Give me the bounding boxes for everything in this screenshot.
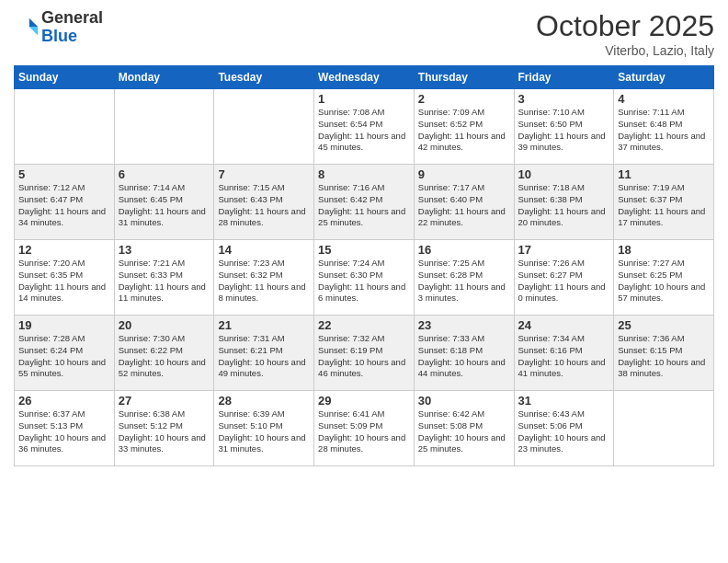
table-cell: 12Sunrise: 7:20 AM Sunset: 6:35 PM Dayli… xyxy=(15,240,115,316)
day-info: Sunrise: 7:32 AM Sunset: 6:19 PM Dayligh… xyxy=(318,333,410,380)
calendar-week-row: 5Sunrise: 7:12 AM Sunset: 6:47 PM Daylig… xyxy=(15,165,714,240)
title-location: Viterbo, Lazio, Italy xyxy=(536,43,714,58)
day-info: Sunrise: 6:37 AM Sunset: 5:13 PM Dayligh… xyxy=(18,408,110,455)
table-cell: 14Sunrise: 7:23 AM Sunset: 6:32 PM Dayli… xyxy=(214,240,314,316)
logo-general-text: General xyxy=(41,8,103,27)
table-cell: 3Sunrise: 7:10 AM Sunset: 6:50 PM Daylig… xyxy=(514,89,614,165)
table-cell: 29Sunrise: 6:41 AM Sunset: 5:09 PM Dayli… xyxy=(314,391,415,466)
title-block: October 2025 Viterbo, Lazio, Italy xyxy=(536,9,714,58)
day-info: Sunrise: 7:26 AM Sunset: 6:27 PM Dayligh… xyxy=(518,258,610,304)
day-info: Sunrise: 7:10 AM Sunset: 6:50 PM Dayligh… xyxy=(518,107,610,154)
day-number: 21 xyxy=(218,318,310,332)
day-info: Sunrise: 7:15 AM Sunset: 6:43 PM Dayligh… xyxy=(218,182,310,229)
table-cell: 24Sunrise: 7:34 AM Sunset: 6:16 PM Dayli… xyxy=(514,316,614,391)
day-info: Sunrise: 7:28 AM Sunset: 6:24 PM Dayligh… xyxy=(18,333,110,380)
day-number: 20 xyxy=(119,318,210,332)
day-number: 28 xyxy=(218,394,310,408)
table-cell: 22Sunrise: 7:32 AM Sunset: 6:19 PM Dayli… xyxy=(314,316,415,391)
table-cell: 19Sunrise: 7:28 AM Sunset: 6:24 PM Dayli… xyxy=(15,316,115,391)
day-info: Sunrise: 7:34 AM Sunset: 6:16 PM Dayligh… xyxy=(518,333,610,380)
table-cell: 17Sunrise: 7:26 AM Sunset: 6:27 PM Dayli… xyxy=(514,240,614,316)
day-info: Sunrise: 7:21 AM Sunset: 6:33 PM Dayligh… xyxy=(119,258,210,304)
day-info: Sunrise: 7:08 AM Sunset: 6:54 PM Dayligh… xyxy=(318,107,410,154)
day-info: Sunrise: 7:31 AM Sunset: 6:21 PM Dayligh… xyxy=(218,333,310,380)
logo: General Blue xyxy=(14,9,103,46)
day-number: 16 xyxy=(418,243,510,257)
table-cell: 6Sunrise: 7:14 AM Sunset: 6:45 PM Daylig… xyxy=(114,165,214,240)
svg-marker-0 xyxy=(29,18,38,27)
day-number: 27 xyxy=(119,394,210,408)
calendar-week-row: 26Sunrise: 6:37 AM Sunset: 5:13 PM Dayli… xyxy=(15,391,714,466)
col-monday: Monday xyxy=(114,66,214,89)
day-number: 15 xyxy=(318,243,410,257)
day-number: 25 xyxy=(618,318,710,332)
day-info: Sunrise: 7:18 AM Sunset: 6:38 PM Dayligh… xyxy=(518,182,610,229)
table-cell: 25Sunrise: 7:36 AM Sunset: 6:15 PM Dayli… xyxy=(614,316,714,391)
table-cell: 10Sunrise: 7:18 AM Sunset: 6:38 PM Dayli… xyxy=(514,165,614,240)
logo-blue-text: Blue xyxy=(41,27,77,45)
table-cell: 1Sunrise: 7:08 AM Sunset: 6:54 PM Daylig… xyxy=(314,89,415,165)
day-info: Sunrise: 7:09 AM Sunset: 6:52 PM Dayligh… xyxy=(418,107,510,154)
table-cell: 23Sunrise: 7:33 AM Sunset: 6:18 PM Dayli… xyxy=(414,316,514,391)
day-info: Sunrise: 6:43 AM Sunset: 5:06 PM Dayligh… xyxy=(518,408,610,455)
day-number: 30 xyxy=(418,394,510,408)
table-cell xyxy=(114,89,214,165)
day-info: Sunrise: 7:17 AM Sunset: 6:40 PM Dayligh… xyxy=(418,182,510,229)
calendar-week-row: 19Sunrise: 7:28 AM Sunset: 6:24 PM Dayli… xyxy=(15,316,714,391)
day-number: 13 xyxy=(119,243,210,257)
day-info: Sunrise: 7:23 AM Sunset: 6:32 PM Dayligh… xyxy=(218,258,310,304)
table-cell: 2Sunrise: 7:09 AM Sunset: 6:52 PM Daylig… xyxy=(414,89,514,165)
day-info: Sunrise: 7:24 AM Sunset: 6:30 PM Dayligh… xyxy=(318,258,410,304)
calendar-table: Sunday Monday Tuesday Wednesday Thursday… xyxy=(14,65,714,466)
table-cell: 18Sunrise: 7:27 AM Sunset: 6:25 PM Dayli… xyxy=(614,240,714,316)
col-friday: Friday xyxy=(514,66,614,89)
day-number: 7 xyxy=(218,167,310,181)
table-cell xyxy=(214,89,314,165)
svg-marker-1 xyxy=(29,27,38,35)
day-info: Sunrise: 6:38 AM Sunset: 5:12 PM Dayligh… xyxy=(119,408,210,455)
day-number: 14 xyxy=(218,243,310,257)
day-number: 24 xyxy=(518,318,610,332)
col-saturday: Saturday xyxy=(614,66,714,89)
table-cell: 16Sunrise: 7:25 AM Sunset: 6:28 PM Dayli… xyxy=(414,240,514,316)
day-number: 8 xyxy=(318,167,410,181)
day-number: 9 xyxy=(418,167,510,181)
table-cell: 7Sunrise: 7:15 AM Sunset: 6:43 PM Daylig… xyxy=(214,165,314,240)
day-number: 2 xyxy=(418,92,510,106)
day-number: 17 xyxy=(518,243,610,257)
table-cell xyxy=(15,89,115,165)
header: General Blue October 2025 Viterbo, Lazio… xyxy=(14,9,714,58)
table-cell: 15Sunrise: 7:24 AM Sunset: 6:30 PM Dayli… xyxy=(314,240,415,316)
day-info: Sunrise: 7:14 AM Sunset: 6:45 PM Dayligh… xyxy=(119,182,210,229)
day-number: 26 xyxy=(18,394,110,408)
day-number: 6 xyxy=(119,167,210,181)
day-number: 29 xyxy=(318,394,410,408)
header-row: Sunday Monday Tuesday Wednesday Thursday… xyxy=(15,66,714,89)
day-number: 23 xyxy=(418,318,510,332)
day-info: Sunrise: 7:11 AM Sunset: 6:48 PM Dayligh… xyxy=(618,107,710,154)
table-cell: 4Sunrise: 7:11 AM Sunset: 6:48 PM Daylig… xyxy=(614,89,714,165)
table-cell xyxy=(614,391,714,466)
logo-icon xyxy=(14,15,40,40)
table-cell: 9Sunrise: 7:17 AM Sunset: 6:40 PM Daylig… xyxy=(414,165,514,240)
table-cell: 20Sunrise: 7:30 AM Sunset: 6:22 PM Dayli… xyxy=(114,316,214,391)
day-info: Sunrise: 7:25 AM Sunset: 6:28 PM Dayligh… xyxy=(418,258,510,304)
day-info: Sunrise: 6:39 AM Sunset: 5:10 PM Dayligh… xyxy=(218,408,310,455)
table-cell: 11Sunrise: 7:19 AM Sunset: 6:37 PM Dayli… xyxy=(614,165,714,240)
table-cell: 27Sunrise: 6:38 AM Sunset: 5:12 PM Dayli… xyxy=(114,391,214,466)
col-tuesday: Tuesday xyxy=(214,66,314,89)
table-cell: 28Sunrise: 6:39 AM Sunset: 5:10 PM Dayli… xyxy=(214,391,314,466)
day-number: 19 xyxy=(18,318,110,332)
day-number: 22 xyxy=(318,318,410,332)
day-info: Sunrise: 7:30 AM Sunset: 6:22 PM Dayligh… xyxy=(119,333,210,380)
page: General Blue October 2025 Viterbo, Lazio… xyxy=(0,0,728,563)
day-info: Sunrise: 6:42 AM Sunset: 5:08 PM Dayligh… xyxy=(418,408,510,455)
day-number: 3 xyxy=(518,92,610,106)
day-info: Sunrise: 6:41 AM Sunset: 5:09 PM Dayligh… xyxy=(318,408,410,455)
table-cell: 21Sunrise: 7:31 AM Sunset: 6:21 PM Dayli… xyxy=(214,316,314,391)
day-info: Sunrise: 7:19 AM Sunset: 6:37 PM Dayligh… xyxy=(618,182,710,229)
col-wednesday: Wednesday xyxy=(314,66,415,89)
day-number: 1 xyxy=(318,92,410,106)
day-number: 11 xyxy=(618,167,710,181)
table-cell: 26Sunrise: 6:37 AM Sunset: 5:13 PM Dayli… xyxy=(15,391,115,466)
